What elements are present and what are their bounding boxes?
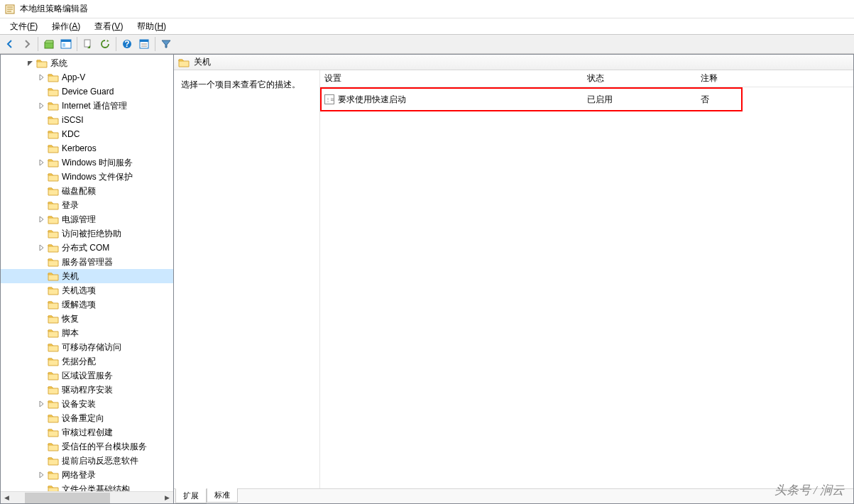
- expander-placeholder: [36, 128, 48, 140]
- settings-list: 设置 状态 注释 ⋮≡ 要求使用快速启动 已启用 否: [319, 70, 853, 488]
- tree-item[interactable]: 文件分类基础结构: [1, 482, 173, 491]
- filter-button[interactable]: [158, 35, 175, 53]
- tree-item[interactable]: 登录: [1, 198, 173, 212]
- refresh-button[interactable]: [97, 35, 114, 53]
- column-state[interactable]: 状态: [583, 70, 696, 87]
- tree-item[interactable]: Kerberos: [1, 141, 173, 155]
- tree-item[interactable]: 凭据分配: [1, 354, 173, 368]
- svg-rect-8: [84, 40, 90, 47]
- forward-button[interactable]: [18, 35, 35, 53]
- folder-icon: [48, 413, 59, 423]
- tree-item-label: App-V: [62, 72, 85, 82]
- tree-item[interactable]: 驱动程序安装: [1, 383, 173, 397]
- tree-item[interactable]: 设备安装: [1, 397, 173, 411]
- toolbar: ?: [0, 34, 854, 54]
- expander-placeholder: [36, 441, 48, 452]
- tree-item[interactable]: iSCSI: [1, 113, 173, 127]
- highlight-annotation: [320, 87, 743, 111]
- tree-item-label: 分布式 COM: [62, 242, 109, 254]
- expand-icon[interactable]: [36, 214, 48, 225]
- folder-icon: [36, 58, 48, 68]
- tree-item[interactable]: 分布式 COM: [1, 241, 173, 255]
- folder-icon: [48, 285, 59, 295]
- tree-item[interactable]: 设备重定向: [1, 411, 173, 425]
- tree-item-label: 驱动程序安装: [62, 384, 113, 396]
- scroll-right-icon[interactable]: ▶: [161, 492, 173, 504]
- show-hide-button[interactable]: [58, 35, 75, 53]
- description-text: 选择一个项目来查看它的描述。: [181, 79, 312, 91]
- folder-icon: [48, 87, 59, 97]
- tree-item[interactable]: App-V: [1, 70, 173, 84]
- scroll-thumb[interactable]: [25, 493, 110, 503]
- help-button[interactable]: ?: [119, 35, 136, 53]
- horizontal-scrollbar[interactable]: ◀ ▶: [1, 491, 173, 503]
- folder-icon: [48, 300, 59, 309]
- menu-view[interactable]: 查看(V): [87, 19, 130, 34]
- tree-item[interactable]: 电源管理: [1, 212, 173, 226]
- tree-item[interactable]: 服务器管理器: [1, 255, 173, 269]
- tree-item[interactable]: 网络登录: [1, 468, 173, 482]
- tree-item[interactable]: 区域设置服务: [1, 368, 173, 383]
- folder-icon: [48, 72, 59, 82]
- properties-button[interactable]: [136, 35, 153, 53]
- tab-standard[interactable]: 标准: [207, 488, 238, 503]
- tree-item[interactable]: 审核过程创建: [1, 425, 173, 439]
- tree-item[interactable]: KDC: [1, 127, 173, 141]
- tree-item[interactable]: 磁盘配额: [1, 184, 173, 198]
- column-setting[interactable]: 设置: [320, 70, 583, 87]
- folder-icon: [48, 385, 59, 395]
- tree-item-label: 网络登录: [62, 469, 96, 481]
- folder-icon: [48, 229, 59, 239]
- tree-item-label: iSCSI: [62, 115, 84, 125]
- details-pane: 关机 选择一个项目来查看它的描述。 设置 状态 注释 ⋮≡ 要求使用快速启动: [174, 54, 854, 504]
- tree-item[interactable]: 提前启动反恶意软件: [1, 454, 173, 468]
- tree-item[interactable]: Device Guard: [1, 84, 173, 99]
- app-icon: [4, 4, 16, 15]
- expand-icon[interactable]: [36, 242, 48, 253]
- tree-item[interactable]: 受信任的平台模块服务: [1, 439, 173, 454]
- tree-item[interactable]: 关机: [1, 269, 173, 283]
- up-button[interactable]: [40, 35, 58, 53]
- export-button[interactable]: [80, 35, 97, 53]
- folder-icon: [48, 271, 59, 281]
- expand-icon[interactable]: [36, 157, 48, 168]
- tab-extended[interactable]: 扩展: [175, 488, 207, 503]
- tree-item-label: KDC: [62, 129, 80, 139]
- toolbar-separator: [77, 37, 77, 51]
- collapse-icon[interactable]: [25, 57, 36, 69]
- tree-pane: 系统 App-VDevice GuardInternet 通信管理iSCSIKD…: [0, 54, 174, 504]
- tree-item-label: 设备安装: [62, 398, 96, 410]
- tree-item-label: 受信任的平台模块服务: [62, 441, 147, 453]
- expander-placeholder: [36, 199, 48, 211]
- toolbar-separator: [116, 37, 116, 51]
- tree-item[interactable]: Windows 时间服务: [1, 155, 173, 170]
- expander-placeholder: [36, 86, 48, 97]
- tree-item[interactable]: 脚本: [1, 326, 173, 340]
- menu-help[interactable]: 帮助(H): [130, 19, 173, 34]
- tree-item[interactable]: Internet 通信管理: [1, 99, 173, 113]
- expander-placeholder: [36, 313, 48, 324]
- tree-item[interactable]: Windows 文件保护: [1, 170, 173, 184]
- tree-item-root[interactable]: 系统: [1, 56, 173, 70]
- svg-rect-7: [62, 43, 65, 47]
- menu-file[interactable]: 文件(F): [3, 19, 45, 34]
- expand-icon[interactable]: [36, 398, 48, 410]
- tree-item-label: 服务器管理器: [62, 256, 113, 268]
- expand-icon[interactable]: [36, 72, 48, 83]
- tree-view[interactable]: 系统 App-VDevice GuardInternet 通信管理iSCSIKD…: [1, 55, 173, 491]
- folder-icon: [48, 470, 59, 480]
- scroll-left-icon[interactable]: ◀: [1, 492, 13, 504]
- back-button[interactable]: [1, 35, 18, 53]
- expander-placeholder: [36, 455, 48, 466]
- expander-placeholder: [36, 341, 48, 353]
- tree-item[interactable]: 关机选项: [1, 283, 173, 297]
- expand-icon[interactable]: [36, 469, 48, 481]
- tree-item[interactable]: 访问被拒绝协助: [1, 226, 173, 241]
- menu-action[interactable]: 操作(A): [45, 19, 87, 34]
- tree-item[interactable]: 可移动存储访问: [1, 340, 173, 354]
- tree-item[interactable]: 恢复: [1, 312, 173, 326]
- svg-rect-4: [45, 43, 53, 48]
- expand-icon[interactable]: [36, 100, 48, 111]
- tree-item[interactable]: 缓解选项: [1, 297, 173, 312]
- column-comment[interactable]: 注释: [696, 70, 853, 87]
